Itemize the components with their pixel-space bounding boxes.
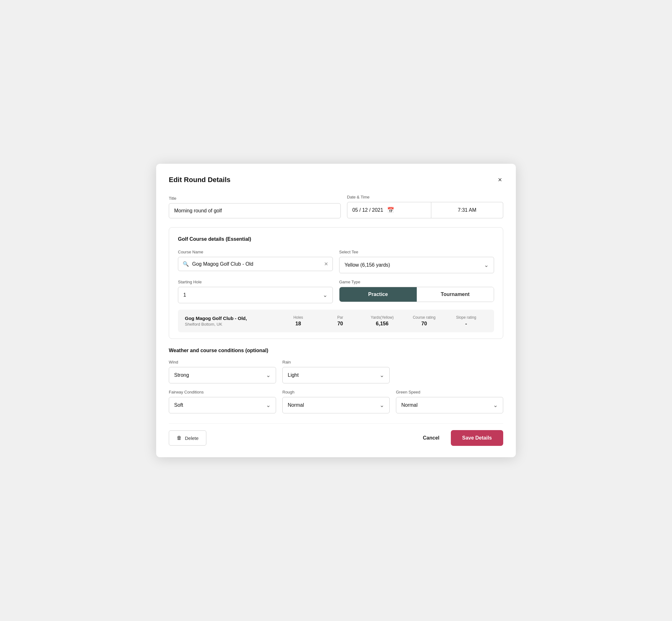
game-type-toggle: Practice Tournament [339, 287, 494, 302]
weather-section: Weather and course conditions (optional)… [169, 348, 503, 413]
cancel-button[interactable]: Cancel [420, 431, 442, 445]
course-rating-value: 70 [403, 321, 445, 327]
datetime-field-group: Date & Time 05 / 12 / 2021 📅 7:31 AM [347, 195, 503, 218]
holes-value: 18 [277, 321, 319, 327]
holes-label: Holes [277, 315, 319, 320]
rough-dropdown[interactable]: Normal ⌄ [282, 397, 390, 413]
save-button[interactable]: Save Details [451, 430, 503, 446]
select-tee-value: Yellow (6,156 yards) [344, 262, 390, 268]
select-tee-label: Select Tee [339, 250, 494, 254]
date-value: 05 / 12 / 2021 [352, 207, 383, 213]
wind-field-group: Wind Strong ⌄ [169, 360, 276, 383]
rain-value: Light [288, 372, 299, 378]
course-tee-row: Course Name 🔍 Gog Magog Golf Club - Old … [178, 250, 494, 273]
practice-button[interactable]: Practice [339, 287, 417, 302]
date-input[interactable]: 05 / 12 / 2021 📅 [347, 202, 431, 218]
course-name-input[interactable]: 🔍 Gog Magog Golf Club - Old ✕ [178, 257, 333, 271]
green-speed-label: Green Speed [396, 390, 503, 395]
chevron-down-icon: ⌄ [380, 402, 384, 409]
rough-label: Rough [282, 390, 390, 395]
footer-row: 🗑 Delete Cancel Save Details [169, 423, 503, 446]
delete-button[interactable]: 🗑 Delete [169, 430, 206, 446]
green-speed-field-group: Green Speed Normal ⌄ [396, 390, 503, 413]
chevron-down-icon: ⌄ [493, 402, 498, 409]
fairway-dropdown[interactable]: Soft ⌄ [169, 397, 276, 413]
course-info-bar: Gog Magog Golf Club - Old, Shelford Bott… [178, 309, 494, 332]
right-buttons: Cancel Save Details [420, 430, 503, 446]
trash-icon: 🗑 [177, 435, 182, 441]
rough-value: Normal [288, 402, 304, 408]
starting-hole-label: Starting Hole [178, 280, 333, 284]
wind-dropdown[interactable]: Strong ⌄ [169, 367, 276, 383]
chevron-down-icon: ⌄ [266, 402, 271, 409]
fairway-field-group: Fairway Conditions Soft ⌄ [169, 390, 276, 413]
stat-course-rating: Course rating 70 [403, 315, 445, 327]
datetime-row: 05 / 12 / 2021 📅 7:31 AM [347, 202, 503, 218]
course-section-title: Golf Course details (Essential) [178, 236, 494, 242]
stat-slope-rating: Slope rating - [445, 315, 487, 327]
time-input[interactable]: 7:31 AM [431, 202, 503, 218]
course-info-location: Shelford Bottom, UK [185, 322, 277, 327]
chevron-down-icon: ⌄ [266, 372, 271, 379]
slope-rating-label: Slope rating [445, 315, 487, 320]
game-type-label: Game Type [339, 280, 494, 284]
rain-label: Rain [282, 360, 390, 365]
title-label: Title [169, 196, 341, 201]
time-value: 7:31 AM [458, 207, 476, 213]
starting-hole-field-group: Starting Hole 1 ⌄ [178, 280, 333, 303]
stat-holes: Holes 18 [277, 315, 319, 327]
starting-hole-value: 1 [183, 292, 186, 298]
title-field-group: Title [169, 196, 341, 218]
rough-field-group: Rough Normal ⌄ [282, 390, 390, 413]
close-button[interactable]: × [497, 175, 503, 184]
course-section: Golf Course details (Essential) Course N… [169, 227, 503, 339]
course-name-field-group: Course Name 🔍 Gog Magog Golf Club - Old … [178, 250, 333, 273]
par-label: Par [319, 315, 361, 320]
game-type-field-group: Game Type Practice Tournament [339, 280, 494, 303]
chevron-down-icon: ⌄ [484, 261, 489, 268]
stat-par: Par 70 [319, 315, 361, 327]
select-tee-field-group: Select Tee Yellow (6,156 yards) ⌄ [339, 250, 494, 273]
rain-dropdown[interactable]: Light ⌄ [282, 367, 390, 383]
slope-rating-value: - [445, 321, 487, 327]
select-tee-dropdown[interactable]: Yellow (6,156 yards) ⌄ [339, 257, 494, 273]
starting-hole-dropdown[interactable]: 1 ⌄ [178, 287, 333, 303]
yards-value: 6,156 [361, 321, 403, 327]
course-name-label: Course Name [178, 250, 333, 254]
title-input[interactable] [169, 203, 341, 218]
modal-header: Edit Round Details × [169, 175, 503, 184]
green-speed-value: Normal [401, 402, 418, 408]
clear-icon[interactable]: ✕ [324, 261, 328, 267]
hole-gametype-row: Starting Hole 1 ⌄ Game Type Practice Tou… [178, 280, 494, 303]
weather-row1: Wind Strong ⌄ Rain Light ⌄ [169, 360, 503, 383]
top-row: Title Date & Time 05 / 12 / 2021 📅 7:31 … [169, 195, 503, 218]
fairway-value: Soft [174, 402, 183, 408]
yards-label: Yards(Yellow) [361, 315, 403, 320]
green-speed-dropdown[interactable]: Normal ⌄ [396, 397, 503, 413]
rain-field-group: Rain Light ⌄ [282, 360, 390, 383]
edit-round-modal: Edit Round Details × Title Date & Time 0… [156, 164, 516, 457]
search-icon: 🔍 [183, 261, 189, 267]
datetime-label: Date & Time [347, 195, 503, 199]
fairway-label: Fairway Conditions [169, 390, 276, 395]
course-info-name: Gog Magog Golf Club - Old, Shelford Bott… [185, 316, 277, 327]
chevron-down-icon: ⌄ [323, 292, 328, 298]
delete-label: Delete [185, 436, 199, 441]
wind-label: Wind [169, 360, 276, 365]
course-rating-label: Course rating [403, 315, 445, 320]
wind-value: Strong [174, 372, 189, 378]
stat-yards: Yards(Yellow) 6,156 [361, 315, 403, 327]
course-name-value: Gog Magog Golf Club - Old [192, 261, 321, 267]
course-info-name-text: Gog Magog Golf Club - Old, [185, 316, 277, 321]
chevron-down-icon: ⌄ [380, 372, 384, 379]
weather-section-title: Weather and course conditions (optional) [169, 348, 503, 354]
weather-row2: Fairway Conditions Soft ⌄ Rough Normal ⌄… [169, 390, 503, 413]
calendar-icon: 📅 [387, 207, 394, 214]
modal-title: Edit Round Details [169, 176, 230, 184]
par-value: 70 [319, 321, 361, 327]
tournament-button[interactable]: Tournament [417, 287, 494, 302]
